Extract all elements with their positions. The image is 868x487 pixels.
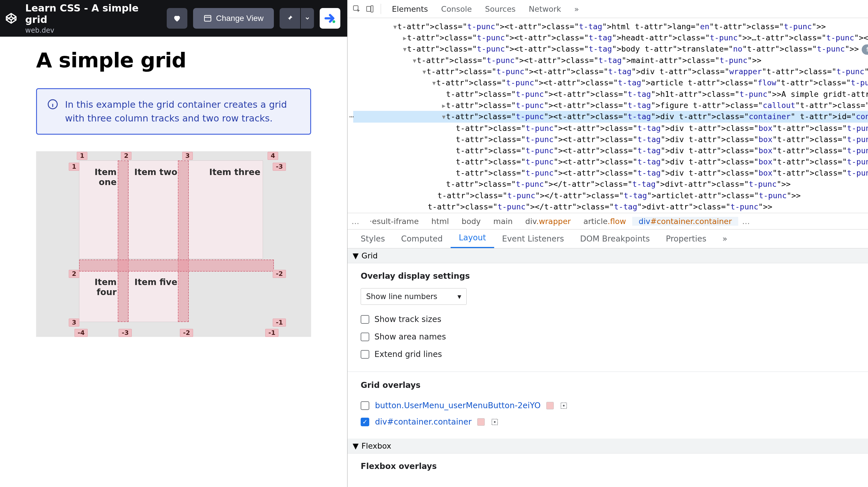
grid-line-label: 4 <box>268 152 278 160</box>
device-toggle-button[interactable] <box>365 4 375 14</box>
dom-tree[interactable]: ▼t-attr">class="t-punc"><t-attr">class="… <box>347 18 868 213</box>
subtab-event-listeners[interactable]: Event Listeners <box>494 230 572 248</box>
grid-item[interactable]: Item four <box>79 270 119 322</box>
like-button[interactable] <box>167 8 187 29</box>
grid-container[interactable]: Item one Item two Item three Item four I… <box>79 160 263 322</box>
grid-item[interactable]: Item one <box>79 160 119 259</box>
grid-preview: Item one Item two Item three Item four I… <box>36 151 311 337</box>
pin-button[interactable] <box>280 8 300 29</box>
svg-point-13 <box>494 421 495 423</box>
separator <box>381 4 381 14</box>
grid-overlays-heading: Grid overlays <box>361 381 868 390</box>
dom-node[interactable]: ▼t-attr">class="t-punc"><t-attr">class="… <box>353 77 868 88</box>
overlay-color-swatch[interactable] <box>477 418 485 426</box>
dom-node[interactable]: t-attr">class="t-punc"></t-attr">class="… <box>353 190 868 201</box>
subtab-more[interactable]: » <box>714 230 735 248</box>
flex-badge[interactable]: flex <box>862 44 868 55</box>
overlay-selector[interactable]: button.UserMenu_userMenuButton-2eiYO <box>375 401 540 410</box>
checkbox-track-sizes[interactable] <box>361 315 369 324</box>
pin-icon <box>286 14 293 22</box>
devtools-tab-elements[interactable]: Elements <box>387 0 433 18</box>
breadcrumb-item[interactable]: main <box>487 217 519 226</box>
grid-line-label: 2 <box>69 270 79 278</box>
section-header-grid[interactable]: ▼ Grid <box>347 248 868 263</box>
inspect-button[interactable] <box>351 4 362 14</box>
section-header-flexbox[interactable]: ▼ Flexbox <box>347 438 868 454</box>
grid-line-label: 2 <box>121 152 131 160</box>
dom-node[interactable]: t-attr">class="t-punc"><t-attr">class="t… <box>353 145 868 156</box>
dom-node[interactable]: t-attr">class="t-punc"></t-attr">class="… <box>353 179 868 190</box>
subtab-layout[interactable]: Layout <box>451 229 494 248</box>
change-view-button[interactable]: Change View <box>193 8 274 29</box>
svg-rect-4 <box>367 6 371 11</box>
subtab-styles[interactable]: Styles <box>353 230 393 248</box>
checkbox-extend-lines[interactable] <box>361 350 369 359</box>
external-app-button[interactable] <box>320 8 340 29</box>
dom-node[interactable]: t-attr">class="t-punc"><t-attr">class="t… <box>353 156 868 167</box>
svg-rect-5 <box>371 6 373 12</box>
codepen-logo-icon[interactable] <box>5 12 17 24</box>
dom-node[interactable]: t-attr">class="t-punc"><t-attr">class="t… <box>353 123 868 134</box>
checkbox-area-names[interactable] <box>361 333 369 341</box>
change-view-label: Change View <box>216 14 264 23</box>
codepen-actions: Change View <box>167 8 340 29</box>
devtools-tab-console[interactable]: Console <box>436 0 477 18</box>
breadcrumb-item-selected[interactable]: div#container.container <box>632 217 738 226</box>
codepen-preview-pane: Learn CSS - A simple grid web.dev Change… <box>0 0 347 487</box>
callout: In this example the grid container creat… <box>36 88 311 135</box>
dom-node[interactable]: ▶t-attr">class="t-punc"><t-attr">class="… <box>353 32 868 43</box>
dom-breadcrumb[interactable]: … ·esult-iframe html body main div.wrapp… <box>347 213 868 230</box>
svg-point-11 <box>563 405 564 406</box>
page-title: A simple grid <box>36 48 311 72</box>
dom-node[interactable]: ▼t-attr">class="t-punc"><t-attr">class="… <box>353 66 868 77</box>
subtab-properties[interactable]: Properties <box>658 230 714 248</box>
breadcrumb-item[interactable]: body <box>455 217 487 226</box>
locate-icon[interactable] <box>559 401 568 410</box>
overlay-row: div#container.container <box>361 414 868 430</box>
line-numbers-dropdown[interactable]: Show line numbers ▾ <box>361 288 467 305</box>
grid-item[interactable]: Item two <box>128 160 180 259</box>
dom-node[interactable]: ▼t-attr">class="t-punc"><t-attr">class="… <box>353 21 868 32</box>
codepen-title[interactable]: Learn CSS - A simple grid <box>25 2 160 25</box>
pin-more-button[interactable] <box>301 8 314 29</box>
devtools-tab-network[interactable]: Network <box>524 0 566 18</box>
overlay-selector[interactable]: div#container.container <box>375 417 471 427</box>
devtools-tab-sources[interactable]: Sources <box>480 0 521 18</box>
codepen-subtitle[interactable]: web.dev <box>25 26 160 34</box>
grid-item[interactable]: Item five <box>128 270 180 322</box>
dom-node-selected[interactable]: ▼t-attr">class="t-punc"><t-attr">class="… <box>353 111 868 123</box>
subtab-dom-breakpoints[interactable]: DOM Breakpoints <box>572 230 658 248</box>
dom-node[interactable]: ▼t-attr">class="t-punc"><t-attr">class="… <box>353 55 868 66</box>
triangle-down-icon: ▼ <box>353 442 359 450</box>
overlay-color-swatch[interactable] <box>546 402 554 409</box>
dom-node[interactable]: t-attr">class="t-punc"><t-attr">class="t… <box>353 89 868 100</box>
overlay-checkbox[interactable] <box>361 418 369 426</box>
grid-line-label: -3 <box>273 163 286 171</box>
dom-node[interactable]: t-attr">class="t-punc"><t-attr">class="t… <box>353 134 868 145</box>
devtools-tabs-more[interactable]: » <box>569 0 584 18</box>
devtools-pane: Elements Console Sources Network » ✕ 1 ▼… <box>347 0 868 487</box>
dom-node[interactable]: t-attr">class="t-punc"></t-attr">class="… <box>353 201 868 212</box>
dom-node[interactable]: t-attr">class="t-punc"><t-attr">class="t… <box>353 167 868 179</box>
grid-line-label: -3 <box>119 329 132 337</box>
locate-icon[interactable] <box>490 418 499 426</box>
breadcrumb-item[interactable]: ·esult-iframe <box>363 217 425 226</box>
info-icon <box>47 99 58 110</box>
grid-line-label: 1 <box>69 163 79 171</box>
dom-node[interactable]: ▼t-attr">class="t-punc"><t-attr">class="… <box>353 43 868 55</box>
breadcrumb-item[interactable]: div.wrapper <box>519 217 577 226</box>
overlay-checkbox[interactable] <box>361 401 369 410</box>
grid-line-label: -4 <box>74 329 88 337</box>
chevron-down-icon: ▾ <box>458 292 461 301</box>
breadcrumb-item[interactable]: article.flow <box>577 217 632 226</box>
dom-node[interactable]: ▶t-attr">class="t-punc"><t-attr">class="… <box>353 100 868 111</box>
grid-line-label: -1 <box>265 329 278 337</box>
breadcrumb-item[interactable]: html <box>425 217 456 226</box>
grid-gap-overlay <box>118 160 129 322</box>
breadcrumb-prev[interactable]: … <box>347 217 363 226</box>
subtab-computed[interactable]: Computed <box>393 230 451 248</box>
layout-panel: ▼ Grid Overlay display settings Show lin… <box>347 248 868 487</box>
dom-node[interactable]: t-attr">class="t-punc"></t-attr">class="… <box>353 212 868 213</box>
grid-item[interactable]: Item three <box>188 160 263 259</box>
breadcrumb-next[interactable]: … <box>738 217 754 226</box>
